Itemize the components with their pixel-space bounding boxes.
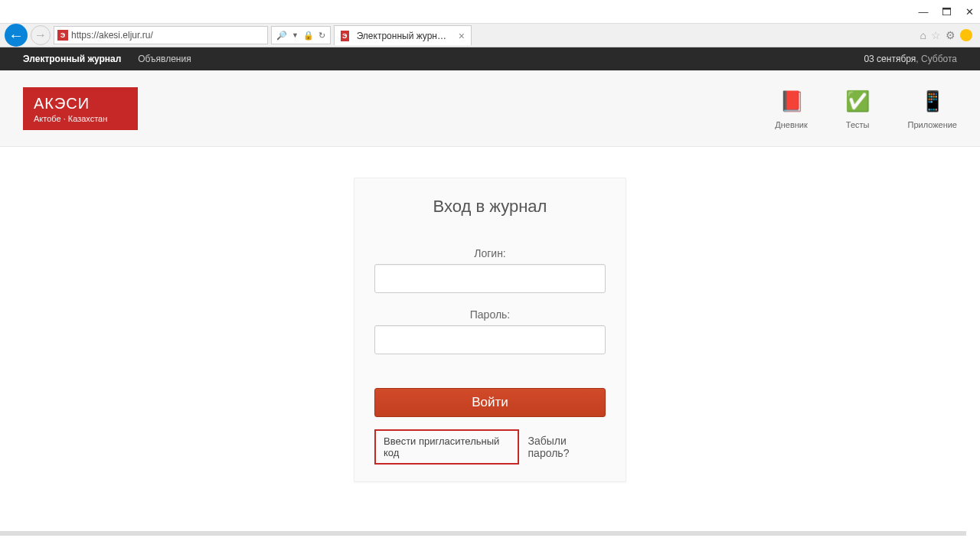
login-input[interactable]	[374, 264, 606, 293]
app-icon: 📱	[921, 88, 944, 116]
site-topbar: Электронный журнал Объявления 03 сентябр…	[0, 47, 980, 70]
gear-icon[interactable]: ⚙	[946, 29, 956, 41]
invite-code-link[interactable]: Ввести пригласительный код	[374, 429, 519, 465]
tab-title: Электронный журнал — А...	[357, 31, 448, 41]
browser-toolbar: ← → Э https://akesi.eljur.ru/ 🔎 ▼ 🔒 ↻ Э …	[0, 23, 980, 47]
star-icon[interactable]: ☆	[931, 29, 941, 41]
close-button[interactable]: ✕	[965, 7, 974, 16]
minimize-button[interactable]: —	[919, 7, 928, 16]
page-body: Вход в журнал Логин: Пароль: Войти Ввест…	[0, 147, 980, 513]
tests-icon: ✅	[846, 88, 869, 116]
arrow-left-icon: ←	[8, 27, 24, 44]
header-link-app[interactable]: 📱 Приложение	[907, 88, 957, 129]
browser-tab[interactable]: Э Электронный журнал — А... ×	[334, 25, 472, 45]
password-input[interactable]	[374, 325, 606, 354]
nav-back-button[interactable]: ←	[5, 24, 28, 47]
header-link-tests[interactable]: ✅ Тесты	[846, 88, 870, 129]
arrow-right-icon: →	[34, 28, 47, 42]
nav-forward-button[interactable]: →	[31, 25, 51, 45]
site-header: АКЭСИ Актобе · Казахстан 📕 Дневник ✅ Тес…	[0, 70, 980, 147]
tab-close-icon[interactable]: ×	[459, 30, 465, 42]
submit-button[interactable]: Войти	[374, 388, 606, 417]
diary-icon: 📕	[780, 88, 803, 116]
home-icon[interactable]: ⌂	[920, 29, 926, 41]
topbar-date: 03 сентября, Суббота	[864, 54, 957, 64]
window-titlebar: — 🗖 ✕	[0, 0, 980, 23]
search-icon[interactable]: 🔎	[276, 31, 287, 41]
site-icon: Э	[57, 30, 68, 41]
address-controls: 🔎 ▼ 🔒 ↻	[271, 26, 331, 44]
refresh-icon[interactable]: ↻	[318, 31, 325, 41]
app-label: Приложение	[907, 120, 957, 129]
login-label: Логин:	[374, 247, 606, 259]
logo-subtitle: Актобе · Казахстан	[34, 114, 127, 123]
address-bar[interactable]: Э https://akesi.eljur.ru/	[54, 26, 268, 44]
bottom-scrollbar[interactable]	[0, 531, 966, 536]
login-card: Вход в журнал Логин: Пароль: Войти Ввест…	[354, 178, 626, 482]
toolbar-right-icons: ⌂ ☆ ⚙	[920, 29, 975, 41]
smiley-icon[interactable]	[960, 29, 972, 41]
dropdown-icon[interactable]: ▼	[292, 31, 299, 39]
nav-announcements[interactable]: Объявления	[138, 54, 191, 64]
nav-journal[interactable]: Электронный журнал	[23, 54, 121, 64]
diary-label: Дневник	[775, 120, 808, 129]
maximize-button[interactable]: 🗖	[942, 7, 951, 16]
forgot-password-link[interactable]: Забыли пароль?	[528, 435, 606, 459]
password-label: Пароль:	[374, 308, 606, 321]
tests-label: Тесты	[846, 120, 870, 129]
site-logo[interactable]: АКЭСИ Актобе · Казахстан	[23, 87, 138, 130]
tab-favicon: Э	[341, 31, 349, 41]
logo-title: АКЭСИ	[34, 95, 127, 112]
login-title: Вход в журнал	[374, 197, 606, 217]
url-text: https://akesi.eljur.ru/	[71, 30, 153, 41]
header-link-diary[interactable]: 📕 Дневник	[775, 88, 808, 129]
lock-icon: 🔒	[303, 31, 314, 41]
